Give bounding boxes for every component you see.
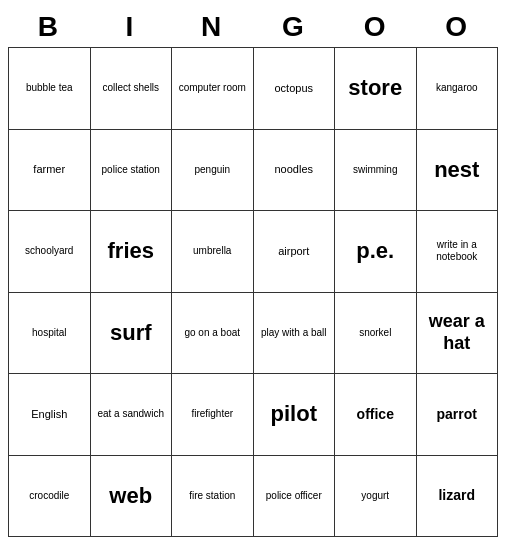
- table-row: nest: [417, 130, 499, 212]
- list-item: parrot: [437, 406, 477, 423]
- table-row: farmer: [9, 130, 91, 212]
- table-row: kangaroo: [417, 48, 499, 130]
- table-row: police station: [91, 130, 173, 212]
- list-item: fire station: [189, 490, 235, 502]
- table-row: lizard: [417, 456, 499, 538]
- table-row: octopus: [254, 48, 336, 130]
- table-row: swimming: [335, 130, 417, 212]
- table-row: bubble tea: [9, 48, 91, 130]
- list-item: collect shells: [102, 82, 159, 94]
- table-row: police officer: [254, 456, 336, 538]
- list-item: schoolyard: [25, 245, 73, 257]
- list-item: noodles: [274, 163, 313, 176]
- list-item: yogurt: [361, 490, 389, 502]
- list-item: police officer: [266, 490, 322, 502]
- list-item: fries: [108, 238, 154, 264]
- table-row: firefighter: [172, 374, 254, 456]
- table-row: English: [9, 374, 91, 456]
- list-item: pilot: [271, 401, 317, 427]
- list-item: crocodile: [29, 490, 69, 502]
- list-item: wear a hat: [420, 311, 495, 354]
- list-item: eat a sandwich: [97, 408, 164, 420]
- list-item: kangaroo: [436, 82, 478, 94]
- table-row: play with a ball: [254, 293, 336, 375]
- header-o2: O: [416, 7, 498, 47]
- list-item: nest: [434, 157, 479, 183]
- table-row: p.e.: [335, 211, 417, 293]
- table-row: collect shells: [91, 48, 173, 130]
- list-item: p.e.: [356, 238, 394, 264]
- list-item: octopus: [274, 82, 313, 95]
- list-item: hospital: [32, 327, 66, 339]
- list-item: umbrella: [193, 245, 231, 257]
- list-item: airport: [278, 245, 309, 258]
- list-item: write in a notebook: [420, 239, 495, 263]
- table-row: wear a hat: [417, 293, 499, 375]
- table-row: umbrella: [172, 211, 254, 293]
- header-b: B: [8, 7, 90, 47]
- list-item: snorkel: [359, 327, 391, 339]
- table-row: go on a boat: [172, 293, 254, 375]
- list-item: office: [357, 406, 394, 423]
- list-item: swimming: [353, 164, 397, 176]
- table-row: fries: [91, 211, 173, 293]
- table-row: airport: [254, 211, 336, 293]
- bingo-grid: bubble teacollect shellscomputer roomoct…: [8, 47, 498, 537]
- table-row: computer room: [172, 48, 254, 130]
- header-g: G: [253, 7, 335, 47]
- table-row: pilot: [254, 374, 336, 456]
- list-item: lizard: [438, 487, 475, 504]
- list-item: surf: [110, 320, 152, 346]
- header-o1: O: [335, 7, 417, 47]
- list-item: go on a boat: [184, 327, 240, 339]
- list-item: play with a ball: [261, 327, 327, 339]
- table-row: snorkel: [335, 293, 417, 375]
- list-item: police station: [102, 164, 160, 176]
- list-item: web: [109, 483, 152, 509]
- table-row: write in a notebook: [417, 211, 499, 293]
- table-row: fire station: [172, 456, 254, 538]
- list-item: firefighter: [191, 408, 233, 420]
- table-row: eat a sandwich: [91, 374, 173, 456]
- header-n: N: [171, 7, 253, 47]
- header-i: I: [90, 7, 172, 47]
- list-item: penguin: [194, 164, 230, 176]
- table-row: yogurt: [335, 456, 417, 538]
- table-row: crocodile: [9, 456, 91, 538]
- table-row: office: [335, 374, 417, 456]
- table-row: schoolyard: [9, 211, 91, 293]
- table-row: hospital: [9, 293, 91, 375]
- list-item: bubble tea: [26, 82, 73, 94]
- bingo-card: B I N G O O bubble teacollect shellscomp…: [8, 7, 498, 537]
- list-item: English: [31, 408, 67, 421]
- table-row: surf: [91, 293, 173, 375]
- table-row: store: [335, 48, 417, 130]
- table-row: web: [91, 456, 173, 538]
- table-row: parrot: [417, 374, 499, 456]
- list-item: store: [348, 75, 402, 101]
- table-row: penguin: [172, 130, 254, 212]
- list-item: farmer: [33, 163, 65, 176]
- table-row: noodles: [254, 130, 336, 212]
- list-item: computer room: [179, 82, 246, 94]
- bingo-header: B I N G O O: [8, 7, 498, 47]
